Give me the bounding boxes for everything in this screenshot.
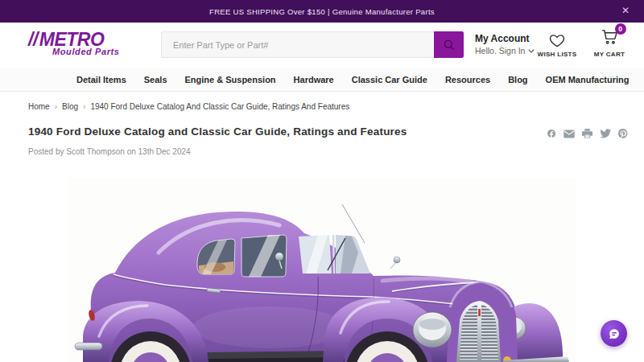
hero-image <box>68 179 576 362</box>
twitter-icon[interactable] <box>600 129 611 138</box>
nav-item-seals[interactable]: Seals <box>144 75 167 84</box>
chat-bubble-icon <box>607 327 621 341</box>
nav-item-hardware[interactable]: Hardware <box>294 75 334 84</box>
nav-item-oem-manufacturing[interactable]: OEM Manufacturing <box>546 75 630 84</box>
cart-button[interactable]: 0 MY CART <box>586 31 633 58</box>
nav-item-blog[interactable]: Blog <box>508 75 527 84</box>
header: //METRO Moulded Parts My Account Hello. … <box>0 23 644 68</box>
search-input[interactable] <box>161 31 434 58</box>
account-greeting: Hello. Sign In <box>475 46 525 56</box>
search-bar <box>161 31 464 58</box>
nav-item-engine-suspension[interactable]: Engine & Suspension <box>185 75 276 84</box>
wishlists-label: WISH LISTS <box>535 51 580 58</box>
breadcrumb-blog[interactable]: Blog <box>62 102 78 111</box>
account-menu[interactable]: My Account Hello. Sign In <box>475 33 535 56</box>
print-icon[interactable] <box>582 129 592 138</box>
pinterest-icon[interactable] <box>618 129 628 138</box>
facebook-icon[interactable] <box>547 129 556 138</box>
email-icon[interactable] <box>564 130 575 138</box>
car-windows <box>197 235 370 277</box>
chat-launcher-button[interactable] <box>601 320 627 347</box>
post-byline: Posted by Scott Thompson on 13th Dec 202… <box>28 147 191 156</box>
breadcrumb-separator: › <box>83 102 85 111</box>
logo-tagline: Moulded Parts <box>52 47 120 56</box>
search-button[interactable] <box>434 31 464 58</box>
logo[interactable]: //METRO Moulded Parts <box>28 31 120 56</box>
page: FREE US SHIPPING Over $150 | Genuine Man… <box>0 0 644 362</box>
heart-icon <box>549 33 565 48</box>
search-icon <box>443 39 456 51</box>
logo-slashes-icon: // <box>28 29 38 50</box>
nav-item-classic-car-guide[interactable]: Classic Car Guide <box>352 75 427 84</box>
breadcrumb-current: 1940 Ford Deluxe Catalog And Classic Car… <box>90 102 349 111</box>
cart-count-badge: 0 <box>615 23 626 35</box>
main-nav: Detail Items Seals Engine & Suspension H… <box>0 68 644 92</box>
account-title: My Account <box>475 33 535 44</box>
car-headlight <box>413 312 452 348</box>
announcement-bar: FREE US SHIPPING Over $150 | Genuine Man… <box>0 0 644 23</box>
nav-item-detail-items[interactable]: Detail Items <box>76 75 126 84</box>
cart-label: MY CART <box>586 51 633 58</box>
page-title: 1940 Ford Deluxe Catalog and Classic Car… <box>28 125 407 138</box>
close-icon[interactable]: ✕ <box>621 5 630 16</box>
wishlists-button[interactable]: WISH LISTS <box>535 31 580 58</box>
announcement-text: FREE US SHIPPING Over $150 | Genuine Man… <box>209 7 435 16</box>
breadcrumb-home[interactable]: Home <box>28 102 50 111</box>
breadcrumb-separator: › <box>55 102 57 111</box>
breadcrumb: Home › Blog › 1940 Ford Deluxe Catalog A… <box>28 102 349 111</box>
hero-car-illustration <box>68 179 576 362</box>
share-icons <box>547 129 628 138</box>
nav-item-resources[interactable]: Resources <box>445 75 490 84</box>
